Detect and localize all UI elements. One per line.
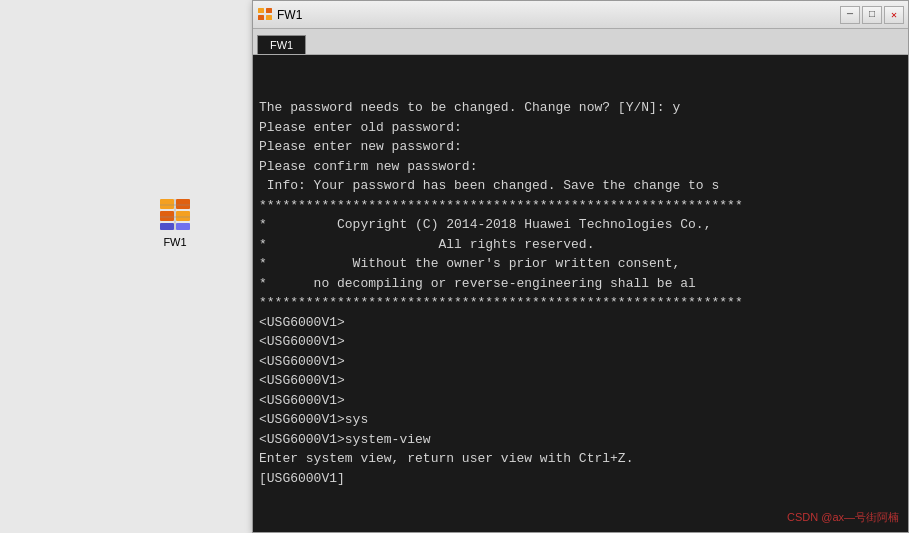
terminal-line: [USG6000V1] <box>259 469 902 489</box>
terminal-line: * no decompiling or reverse-engineering … <box>259 274 902 294</box>
svg-rect-0 <box>160 199 174 209</box>
terminal-line: * Without the owner's prior written cons… <box>259 254 902 274</box>
terminal-line: <USG6000V1> <box>259 313 902 333</box>
terminal-line: <USG6000V1> <box>259 332 902 352</box>
terminal-content[interactable]: The password needs to be changed. Change… <box>253 55 908 532</box>
terminal-line: Info: Your password has been changed. Sa… <box>259 176 902 196</box>
tab-fw1[interactable]: FW1 <box>257 35 306 54</box>
title-controls: ─ □ ✕ <box>840 6 904 24</box>
tab-bar: FW1 <box>253 29 908 55</box>
window-title: FW1 <box>277 8 302 22</box>
terminal-line: * Copyright (C) 2014-2018 Huawei Technol… <box>259 215 902 235</box>
title-bar: FW1 ─ □ ✕ <box>253 1 908 29</box>
terminal-line: The password needs to be changed. Change… <box>259 98 902 118</box>
terminal-line: Enter system view, return user view with… <box>259 449 902 469</box>
svg-rect-4 <box>160 223 174 230</box>
close-button[interactable]: ✕ <box>884 6 904 24</box>
terminal-line: * All rights reserved. <box>259 235 902 255</box>
svg-rect-11 <box>258 15 264 20</box>
fw1-icon-label: FW1 <box>163 236 186 248</box>
svg-rect-3 <box>176 211 190 221</box>
terminal-line: <USG6000V1>sys <box>259 410 902 430</box>
terminal-window: FW1 ─ □ ✕ FW1 The password needs to be c… <box>252 0 909 533</box>
maximize-button[interactable]: □ <box>862 6 882 24</box>
terminal-line: ****************************************… <box>259 196 902 216</box>
svg-rect-2 <box>160 211 174 221</box>
terminal-line: <USG6000V1>system-view <box>259 430 902 450</box>
terminal-line: <USG6000V1> <box>259 371 902 391</box>
svg-rect-5 <box>176 223 190 230</box>
title-bar-left: FW1 <box>257 7 302 23</box>
svg-rect-1 <box>176 199 190 209</box>
terminal-line: <USG6000V1> <box>259 391 902 411</box>
terminal-line: Please enter old password: <box>259 118 902 138</box>
fw1-icon-image <box>156 195 194 233</box>
terminal-line: <USG6000V1> <box>259 352 902 372</box>
svg-rect-12 <box>266 15 272 20</box>
desktop: FW1 FW1 ─ □ ✕ FW1 <box>0 0 909 533</box>
terminal-line: ****************************************… <box>259 293 902 313</box>
fw1-desktop-icon[interactable]: FW1 <box>145 195 205 248</box>
window-icon <box>257 7 273 23</box>
minimize-button[interactable]: ─ <box>840 6 860 24</box>
svg-rect-10 <box>266 8 272 13</box>
terminal-line: Please enter new password: <box>259 137 902 157</box>
terminal-line: Please confirm new password: <box>259 157 902 177</box>
svg-rect-9 <box>258 8 264 13</box>
